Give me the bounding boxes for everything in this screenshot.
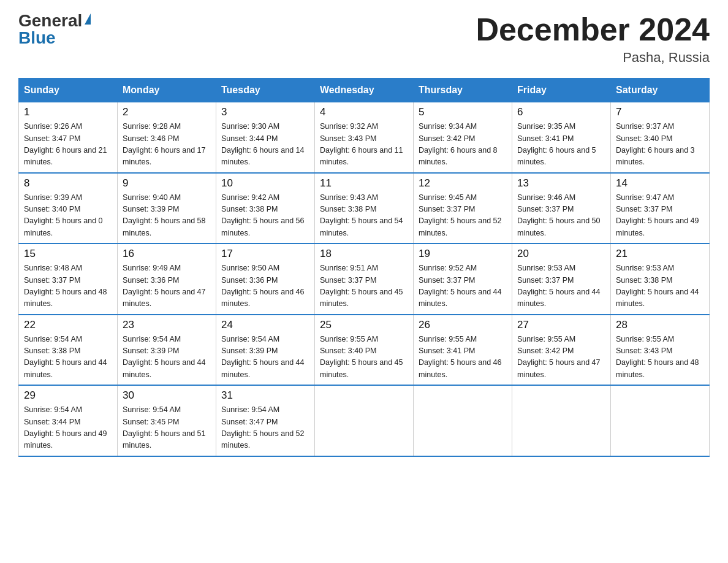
table-row: 20 Sunrise: 9:53 AMSunset: 3:37 PMDaylig… (512, 243, 611, 315)
day-number: 29 (24, 389, 112, 402)
col-friday: Friday (512, 79, 611, 102)
day-info: Sunrise: 9:26 AMSunset: 3:47 PMDaylight:… (24, 122, 107, 166)
day-number: 19 (419, 248, 507, 260)
day-number: 14 (616, 177, 704, 190)
day-number: 2 (123, 106, 211, 118)
calendar-week-row: 29 Sunrise: 9:54 AMSunset: 3:44 PMDaylig… (19, 385, 710, 456)
day-info: Sunrise: 9:52 AMSunset: 3:37 PMDaylight:… (419, 264, 502, 308)
col-tuesday: Tuesday (216, 79, 315, 102)
day-info: Sunrise: 9:42 AMSunset: 3:38 PMDaylight:… (221, 193, 305, 237)
table-row: 11 Sunrise: 9:43 AMSunset: 3:38 PMDaylig… (315, 173, 414, 244)
day-info: Sunrise: 9:34 AMSunset: 3:42 PMDaylight:… (419, 122, 498, 166)
col-sunday: Sunday (19, 79, 118, 102)
day-number: 9 (123, 177, 211, 190)
day-info: Sunrise: 9:55 AMSunset: 3:41 PMDaylight:… (419, 335, 502, 379)
day-info: Sunrise: 9:39 AMSunset: 3:40 PMDaylight:… (24, 193, 103, 237)
table-row (414, 385, 512, 456)
day-number: 7 (616, 106, 704, 118)
col-saturday: Saturday (611, 79, 710, 102)
day-number: 22 (24, 319, 112, 331)
table-row: 28 Sunrise: 9:55 AMSunset: 3:43 PMDaylig… (611, 315, 710, 386)
day-number: 10 (221, 177, 309, 190)
day-info: Sunrise: 9:28 AMSunset: 3:46 PMDaylight:… (123, 122, 206, 166)
table-row (315, 385, 414, 456)
day-info: Sunrise: 9:55 AMSunset: 3:43 PMDaylight:… (616, 335, 699, 379)
table-row: 26 Sunrise: 9:55 AMSunset: 3:41 PMDaylig… (414, 315, 512, 386)
day-info: Sunrise: 9:53 AMSunset: 3:37 PMDaylight:… (517, 264, 601, 308)
calendar-table: Sunday Monday Tuesday Wednesday Thursday… (18, 78, 710, 457)
calendar-week-row: 1 Sunrise: 9:26 AMSunset: 3:47 PMDayligh… (19, 102, 710, 173)
day-info: Sunrise: 9:53 AMSunset: 3:38 PMDaylight:… (616, 264, 699, 308)
day-number: 13 (517, 177, 605, 190)
table-row: 18 Sunrise: 9:51 AMSunset: 3:37 PMDaylig… (315, 243, 414, 315)
day-number: 26 (419, 319, 507, 331)
day-info: Sunrise: 9:51 AMSunset: 3:37 PMDaylight:… (320, 264, 403, 308)
table-row: 6 Sunrise: 9:35 AMSunset: 3:41 PMDayligh… (512, 102, 611, 173)
calendar-week-row: 22 Sunrise: 9:54 AMSunset: 3:38 PMDaylig… (19, 315, 710, 386)
location-text: Pasha, Russia (476, 50, 710, 66)
col-wednesday: Wednesday (315, 79, 414, 102)
day-number: 8 (24, 177, 112, 190)
logo-general-text: General (18, 12, 82, 29)
day-number: 24 (221, 319, 309, 331)
table-row: 30 Sunrise: 9:54 AMSunset: 3:45 PMDaylig… (118, 385, 216, 456)
table-row (512, 385, 611, 456)
table-row: 31 Sunrise: 9:54 AMSunset: 3:47 PMDaylig… (216, 385, 315, 456)
table-row: 22 Sunrise: 9:54 AMSunset: 3:38 PMDaylig… (19, 315, 118, 386)
table-row: 25 Sunrise: 9:55 AMSunset: 3:40 PMDaylig… (315, 315, 414, 386)
table-row: 1 Sunrise: 9:26 AMSunset: 3:47 PMDayligh… (19, 102, 118, 173)
day-number: 1 (24, 106, 112, 118)
table-row: 29 Sunrise: 9:54 AMSunset: 3:44 PMDaylig… (19, 385, 118, 456)
day-info: Sunrise: 9:55 AMSunset: 3:40 PMDaylight:… (320, 335, 403, 379)
table-row: 24 Sunrise: 9:54 AMSunset: 3:39 PMDaylig… (216, 315, 315, 386)
day-info: Sunrise: 9:37 AMSunset: 3:40 PMDaylight:… (616, 122, 695, 166)
day-number: 16 (123, 248, 211, 260)
day-number: 23 (123, 319, 211, 331)
table-row (611, 385, 710, 456)
table-row: 2 Sunrise: 9:28 AMSunset: 3:46 PMDayligh… (118, 102, 216, 173)
table-row: 27 Sunrise: 9:55 AMSunset: 3:42 PMDaylig… (512, 315, 611, 386)
table-row: 17 Sunrise: 9:50 AMSunset: 3:36 PMDaylig… (216, 243, 315, 315)
day-info: Sunrise: 9:46 AMSunset: 3:37 PMDaylight:… (517, 193, 601, 237)
day-number: 5 (419, 106, 507, 118)
table-row: 4 Sunrise: 9:32 AMSunset: 3:43 PMDayligh… (315, 102, 414, 173)
day-number: 20 (517, 248, 605, 260)
day-number: 3 (221, 106, 309, 118)
day-number: 12 (419, 177, 507, 190)
table-row: 21 Sunrise: 9:53 AMSunset: 3:38 PMDaylig… (611, 243, 710, 315)
calendar-header-row: Sunday Monday Tuesday Wednesday Thursday… (19, 79, 710, 102)
month-title: December 2024 (476, 12, 710, 47)
table-row: 16 Sunrise: 9:49 AMSunset: 3:36 PMDaylig… (118, 243, 216, 315)
day-number: 4 (320, 106, 408, 118)
day-number: 21 (616, 248, 704, 260)
day-info: Sunrise: 9:54 AMSunset: 3:38 PMDaylight:… (24, 335, 107, 379)
day-info: Sunrise: 9:30 AMSunset: 3:44 PMDaylight:… (221, 122, 305, 166)
title-block: December 2024 Pasha, Russia (476, 12, 710, 66)
calendar-week-row: 8 Sunrise: 9:39 AMSunset: 3:40 PMDayligh… (19, 173, 710, 244)
day-number: 11 (320, 177, 408, 190)
day-info: Sunrise: 9:54 AMSunset: 3:39 PMDaylight:… (221, 335, 305, 379)
day-info: Sunrise: 9:35 AMSunset: 3:41 PMDaylight:… (517, 122, 596, 166)
table-row: 23 Sunrise: 9:54 AMSunset: 3:39 PMDaylig… (118, 315, 216, 386)
table-row: 15 Sunrise: 9:48 AMSunset: 3:37 PMDaylig… (19, 243, 118, 315)
day-number: 6 (517, 106, 605, 118)
page-header: General Blue December 2024 Pasha, Russia (18, 12, 710, 66)
day-number: 25 (320, 319, 408, 331)
day-number: 18 (320, 248, 408, 260)
logo-blue-text: Blue (18, 29, 56, 47)
logo: General Blue (18, 12, 91, 47)
table-row: 7 Sunrise: 9:37 AMSunset: 3:40 PMDayligh… (611, 102, 710, 173)
day-number: 15 (24, 248, 112, 260)
table-row: 14 Sunrise: 9:47 AMSunset: 3:37 PMDaylig… (611, 173, 710, 244)
day-info: Sunrise: 9:54 AMSunset: 3:47 PMDaylight:… (221, 405, 305, 450)
day-number: 28 (616, 319, 704, 331)
day-number: 17 (221, 248, 309, 260)
day-info: Sunrise: 9:47 AMSunset: 3:37 PMDaylight:… (616, 193, 699, 237)
day-info: Sunrise: 9:45 AMSunset: 3:37 PMDaylight:… (419, 193, 502, 237)
day-number: 27 (517, 319, 605, 331)
table-row: 5 Sunrise: 9:34 AMSunset: 3:42 PMDayligh… (414, 102, 512, 173)
table-row: 9 Sunrise: 9:40 AMSunset: 3:39 PMDayligh… (118, 173, 216, 244)
logo-triangle-icon (85, 13, 91, 25)
table-row: 13 Sunrise: 9:46 AMSunset: 3:37 PMDaylig… (512, 173, 611, 244)
day-info: Sunrise: 9:43 AMSunset: 3:38 PMDaylight:… (320, 193, 403, 237)
